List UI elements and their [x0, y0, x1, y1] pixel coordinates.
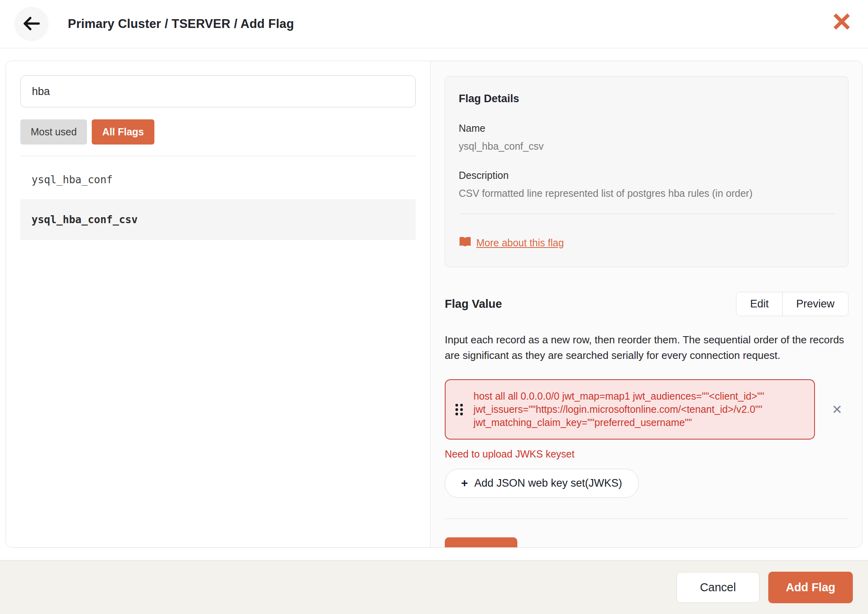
plus-icon: +	[461, 477, 468, 490]
page-title: Primary Cluster / TSERVER / Add Flag	[68, 17, 294, 31]
flag-detail-pane: Flag Details Name ysql_hba_conf_csv Desc…	[430, 61, 862, 547]
add-flag-button[interactable]: Add Flag	[768, 572, 853, 603]
tab-most-used[interactable]: Most used	[20, 119, 87, 145]
flag-value-instructions: Input each record as a new row, then reo…	[445, 332, 848, 363]
back-arrow-icon	[23, 16, 40, 32]
flag-value-divider	[445, 519, 848, 519]
add-flag-panel: Most used All Flags ysql_hba_conf ysql_h…	[6, 61, 862, 548]
jwks-error-message: Need to upload JWKS keyset	[445, 448, 848, 460]
edit-preview-toggle: Edit Preview	[736, 292, 848, 316]
flag-details-card: Flag Details Name ysql_hba_conf_csv Desc…	[445, 76, 848, 267]
flag-name-label: Name	[459, 123, 834, 134]
cancel-button[interactable]: Cancel	[677, 572, 760, 603]
modal-header: Primary Cluster / TSERVER / Add Flag	[0, 0, 868, 48]
back-button[interactable]	[14, 7, 49, 41]
add-row-button[interactable]: Add Row	[445, 537, 517, 548]
flag-description-label: Description	[459, 170, 834, 181]
more-about-flag-link[interactable]: More about this flag	[476, 237, 564, 249]
flag-value-title: Flag Value	[445, 297, 502, 311]
flag-description-value: CSV formatted line represented list of p…	[459, 188, 834, 199]
flag-search-pane: Most used All Flags ysql_hba_conf ysql_h…	[6, 61, 430, 547]
flag-list-item-ysql-hba-conf[interactable]: ysql_hba_conf	[20, 163, 416, 196]
details-divider	[459, 214, 834, 214]
flag-details-title: Flag Details	[459, 93, 834, 105]
add-jwks-label: Add JSON web key set(JWKS)	[474, 477, 622, 489]
close-icon[interactable]	[832, 12, 851, 32]
modal-footer: Cancel Add Flag	[0, 560, 868, 614]
hba-record-value: host all all 0.0.0.0/0 jwt_map=map1 jwt_…	[473, 390, 804, 429]
flag-list-item-ysql-hba-conf-csv[interactable]: ysql_hba_conf_csv	[20, 199, 416, 240]
hba-record-row[interactable]: host all all 0.0.0.0/0 jwt_map=map1 jwt_…	[445, 379, 815, 440]
flag-value-row: host all all 0.0.0.0/0 jwt_map=map1 jwt_…	[445, 379, 848, 440]
flag-list-divider	[20, 156, 416, 156]
flag-filter-tabs: Most used All Flags	[20, 119, 416, 145]
flag-name-value: ysql_hba_conf_csv	[459, 141, 834, 152]
book-icon	[459, 236, 471, 249]
drag-handle-icon[interactable]	[454, 402, 465, 418]
preview-tab[interactable]: Preview	[782, 292, 848, 316]
add-jwks-button[interactable]: + Add JSON web key set(JWKS)	[445, 469, 639, 498]
tab-all-flags[interactable]: All Flags	[92, 119, 154, 145]
flag-search-input[interactable]	[20, 75, 416, 107]
remove-row-icon[interactable]: ✕	[832, 403, 842, 416]
edit-tab[interactable]: Edit	[736, 292, 782, 316]
